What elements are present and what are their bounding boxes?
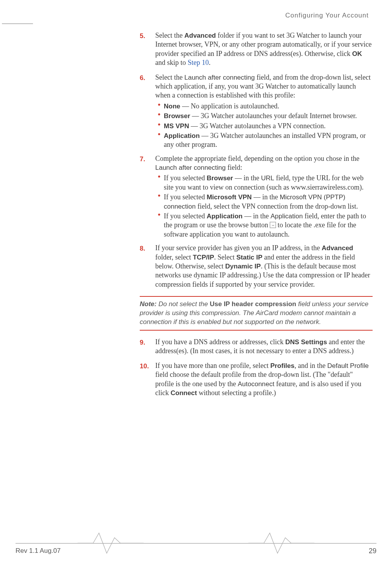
step-number: 10. [140,361,155,371]
text: If you selected [164,212,206,220]
list-item: Browser — 3G Watcher autolaunches your d… [155,112,373,120]
text: — in the [252,193,280,201]
bold: Dynamic IP [225,263,261,270]
step-10: 10. If you have more than one profile, s… [140,361,373,399]
page-number: 29 [369,547,376,555]
text: . Select [214,253,236,261]
text: Select the [155,73,184,81]
list-item: If you selected Microsoft VPN — in the M… [155,193,373,211]
text: — 3G Watcher autolaunches your default I… [192,112,357,120]
step-6: 6. Select the Launch after connecting fi… [140,73,373,150]
bold: Static IP [236,254,262,261]
step-number: 6. [140,73,155,82]
bold: OK [352,50,362,57]
bold: TCP/IP [193,254,214,261]
step-8: 8. If your service provider has given yo… [140,244,373,291]
bold: Advanced [184,32,216,39]
text: . [209,59,211,66]
list-item: None — No application is autolaunched. [155,102,373,111]
footer-rule [16,543,376,544]
step-link[interactable]: Step 10 [188,59,209,66]
footer-wave-icon [78,530,144,557]
list-item: Application — 3G Watcher autolaunches an… [155,131,373,150]
step-number: 8. [140,244,155,253]
bold: Application [206,213,243,220]
step-text: Complete the appropriate field, dependin… [155,154,373,172]
text: — 3G Watcher autolaunches a VPN connecti… [191,122,326,130]
step-text: If you have more than one profile, selec… [155,361,373,398]
ui-field-name: Default Profile [327,362,369,369]
text: If you selected [164,193,206,201]
text: If you have a DNS address or addresses, … [155,338,285,346]
bold: Browser [164,112,190,120]
page-content: 5. Select the Advanced folder if you wan… [140,31,373,403]
page-footer: Rev 1.1 Aug.07 29 [0,530,392,561]
note-callout: Note: Do not select the Use IP header co… [140,296,373,331]
sub-list: If you selected Browser — in the URL fie… [155,174,373,239]
step-text: Select the Launch after connecting field… [155,73,373,100]
sub-list: None — No application is autolaunched. B… [155,102,373,150]
ui-field-name: Launch after connecting [184,74,255,81]
ui-field-name: Launch after connecting [155,164,225,171]
list-item: MS VPN — 3G Watcher autolaunches a VPN c… [155,122,373,131]
text: — in the [233,174,261,182]
text: Select the [155,31,184,39]
bold: Profiles [270,362,294,369]
text: If your service provider has given you a… [155,244,322,252]
text: If you have more than one profile, selec… [155,362,270,369]
footer-wave-icon [248,530,314,557]
ui-field-name: URL [261,174,274,182]
ui-field-name: Autoconnect [238,380,274,388]
text: Complete the appropriate field, dependin… [155,155,359,162]
text: without selecting a profile.) [197,389,276,397]
step-number: 7. [140,154,155,164]
bold: Browser [206,174,233,182]
note-label: Note: [140,300,158,308]
step-text: If you have a DNS address or addresses, … [155,338,373,356]
bold: Microsoft VPN [206,193,252,201]
bold: Use IP header compression [210,300,296,308]
bold: None [164,103,180,110]
step-7: 7. Complete the appropriate field, depen… [140,154,373,240]
list-item: If you selected Browser — in the URL fie… [155,174,373,192]
text: , and in the [295,362,327,369]
step-text: Select the Advanced folder if you want t… [155,31,373,68]
step-text: If your service provider has given you a… [155,244,373,289]
bold: Advanced [322,244,353,252]
step-number: 5. [140,31,155,40]
text: If you selected [164,174,206,182]
step-5: 5. Select the Advanced folder if you wan… [140,31,373,69]
bold: Application [164,132,200,139]
bold: MS VPN [164,122,189,130]
text: field, select the VPN connection from th… [196,202,358,210]
bold: DNS Settings [285,338,327,346]
list-item: If you selected Application — in the App… [155,212,373,239]
ui-field-name: Application [271,213,303,220]
header-rule [2,23,33,24]
page-header: Configuring Your Account [285,12,369,19]
browse-button-icon: ... [270,222,276,228]
text: — No application is autolaunched. [182,102,279,110]
footer-revision: Rev 1.1 Aug.07 [16,547,61,555]
step-number: 9. [140,338,155,347]
text: and skip to [155,59,188,66]
text: folder, select [155,253,193,261]
step-9: 9. If you have a DNS address or addresse… [140,338,373,357]
bold: Connect [170,389,197,397]
text: — in the [243,212,271,220]
text: field: [225,164,242,171]
text: Do not select the [158,300,210,308]
